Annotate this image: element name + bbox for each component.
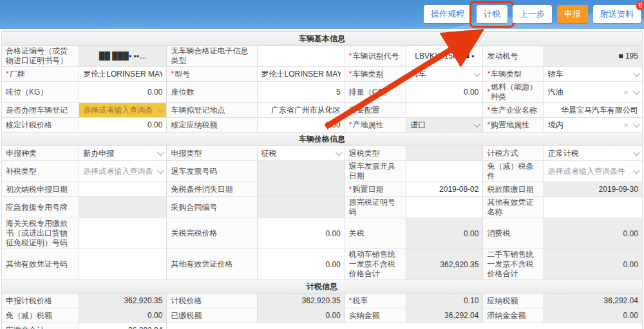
model-field[interactable]: 罗伦士LORINSER MAYBACH S65: [258, 67, 345, 81]
tax-deadline-value: 2019-09-30: [548, 185, 638, 194]
e-cert-type-label: 无车辆合格证电子信息类型: [167, 46, 257, 66]
refund-type-field: [406, 146, 483, 160]
required-asterisk: *: [349, 70, 352, 79]
actual-amount-field: 36,292.04: [406, 308, 483, 323]
prev-step-button[interactable]: 上一步: [513, 5, 552, 23]
form-row: 海关关税专用缴款书（或进出口货物征免税证明）号码关税完税价格0.00关税0.00…: [1, 218, 643, 249]
manufacturer-field[interactable]: 华晨宝马汽车有限公司: [544, 103, 642, 117]
section-title-车辆基本信息: 车辆基本信息: [1, 32, 643, 46]
form-row: 其他有效凭证号码其他有效凭证价格0.00机动车销售统一发票不含税价格合计362,…: [1, 249, 643, 280]
e-cert-type-field[interactable]: [258, 46, 345, 66]
clear-icon[interactable]: ×: [623, 121, 629, 129]
declare-kind-label: 申报种类: [2, 146, 79, 160]
tax-exempt-condition-dropdown[interactable]: 选择或者输入查询条件: [544, 161, 642, 182]
manufacturer-value: 华晨宝马汽车有限公司: [548, 105, 638, 116]
vehicle-category-dropdown[interactable]: 汽车: [406, 67, 483, 81]
declare-kind-dropdown[interactable]: 新办申报: [79, 146, 167, 160]
customs-dutiable-price-label: 关税完税价格: [167, 218, 257, 249]
register-flag-value: 选择或者输入查询条件: [83, 105, 153, 116]
approved-tax-field[interactable]: 0.00: [258, 118, 345, 132]
form-row: 是否办理车辆登记选择或者输入查询条件车辆拟登记地点广东省广州市从化区主要配置*生…: [1, 103, 643, 118]
paid-tax-field: 0.00: [258, 308, 345, 323]
required-asterisk: *: [487, 120, 490, 130]
main-config-field[interactable]: [406, 103, 483, 117]
form-row: 应缴交合计36,292.04: [1, 323, 643, 329]
procedures-button[interactable]: 操作规程: [424, 5, 471, 23]
attachments-button[interactable]: 附送资料6: [593, 5, 641, 23]
tax-payable-label: 应纳税额: [483, 294, 544, 308]
register-flag-dropdown[interactable]: 选择或者输入查询条件: [79, 103, 167, 117]
other-cert-no-field[interactable]: [79, 249, 167, 279]
purchase-attr-dropdown[interactable]: 境内×: [544, 118, 642, 132]
tonnage-value: 0.00: [83, 88, 162, 97]
return-invoice-date-field[interactable]: [406, 161, 483, 182]
origin-attr-label: *产地属性: [345, 118, 406, 132]
late-fee-label: 滞纳金金额: [483, 308, 544, 323]
register-place-field[interactable]: 广东省广州市从化区: [258, 103, 345, 117]
vehicle-category-value: 汽车: [410, 69, 469, 80]
vehicle-type-dropdown[interactable]: 轿车: [544, 67, 642, 81]
paid-tax-value: 0.00: [261, 311, 341, 320]
required-asterisk: *: [487, 106, 490, 115]
vin-field[interactable]: LBVKY515K■ ■ ▪: [406, 46, 483, 66]
declare-type-dropdown[interactable]: 征税: [258, 146, 345, 160]
required-asterisk: *: [349, 185, 352, 194]
tax-exempt-condition-label: 免（减）税条件: [483, 161, 544, 182]
original-tax-cert-no-field[interactable]: [406, 197, 483, 218]
required-asterisk: *: [487, 88, 490, 97]
register-place-label: 车辆拟登记地点: [167, 103, 257, 117]
seats-label: 座位数: [167, 82, 257, 102]
origin-attr-dropdown: 进口: [406, 118, 483, 132]
required-asterisk: *: [349, 296, 352, 306]
purchase-date-value: 2019-08-02: [410, 185, 478, 194]
calc-tax-button[interactable]: 计税: [477, 5, 507, 23]
declared-taxable-price-value: 362,920.35: [83, 296, 162, 305]
approved-taxable-price-label: 核定计税价格: [2, 118, 79, 132]
used-invoice-total-notax-field: 0.00: [544, 249, 642, 279]
contract-no-label: 采购合同编号: [167, 197, 257, 218]
other-cert-price-value: 0.00: [261, 260, 341, 269]
chevron-down-icon: [336, 149, 343, 156]
section-title-计税信息: 计税信息: [1, 280, 643, 294]
customs-dutiable-price-field[interactable]: 0.00: [258, 218, 345, 249]
fuel-type-dropdown[interactable]: 汽油×: [544, 82, 642, 102]
return-invoice-no-field: [258, 161, 345, 182]
brand-value: 罗伦士LORINSER MAYBACH S65: [83, 69, 162, 80]
total-payable-label: 应缴交合计: [2, 323, 79, 329]
tax-method-label: 计税方式: [483, 146, 544, 160]
supplement-tax-type-dropdown[interactable]: 选择或者输入查询条件: [79, 161, 167, 182]
approved-taxable-price-field[interactable]: 0.00: [79, 118, 167, 132]
origin-attr-value: 进口: [410, 120, 469, 131]
form-row: 补税类型选择或者输入查询条件退车发票号码退车发票开具日期免（减）税条件选择或者输…: [1, 161, 643, 182]
vehicle-category-label: *车辆类别: [345, 67, 406, 81]
clear-icon[interactable]: ×: [623, 88, 629, 97]
displacement-field[interactable]: 0.00: [406, 82, 483, 102]
vin-label: *车辆识别代号: [345, 46, 406, 66]
form-row: 合格证编号（或货物进口证明书号）██ ███▪ ▪▪…无车辆合格证电子信息类型*…: [1, 46, 643, 67]
other-cert-price-field[interactable]: 0.00: [258, 249, 345, 279]
register-place-value: 广东省广州市从化区: [261, 105, 341, 116]
first-declare-date-field[interactable]: [79, 182, 167, 196]
tax-rate-field: 0.10: [406, 294, 483, 308]
other-cert-name-field[interactable]: [544, 197, 642, 218]
purchase-date-field[interactable]: 2019-08-02: [406, 182, 483, 196]
brand-field[interactable]: 罗伦士LORINSER MAYBACH S65: [79, 67, 167, 81]
declare-button[interactable]: 申报: [557, 5, 588, 23]
manufacturer-label: *生产企业名称: [483, 103, 544, 117]
cert-no-value: ██ ███▪ ▪▪…: [83, 52, 162, 61]
taxable-price-label: 计税价格: [167, 294, 257, 308]
emergency-plate-label: 应急救援专用号牌: [2, 197, 79, 218]
required-asterisk: *: [487, 70, 490, 79]
required-asterisk: *: [349, 120, 352, 130]
tax-method-dropdown[interactable]: 正常计税: [544, 146, 642, 160]
tax-payable-value: 36,292.04: [548, 296, 638, 305]
seats-field[interactable]: 5: [258, 82, 345, 102]
total-payable-field[interactable]: 36,292.04: [79, 323, 167, 329]
main-config-label: 主要配置: [345, 103, 406, 117]
purchase-attr-value: 境内: [548, 120, 619, 131]
invoice-total-notax-field: 362,920.35: [406, 249, 483, 279]
chevron-down-icon: [473, 70, 480, 77]
procedures-button-label: 操作规程: [431, 9, 464, 19]
customs-payment-no-field[interactable]: [79, 218, 167, 249]
tonnage-field[interactable]: 0.00: [79, 82, 167, 102]
